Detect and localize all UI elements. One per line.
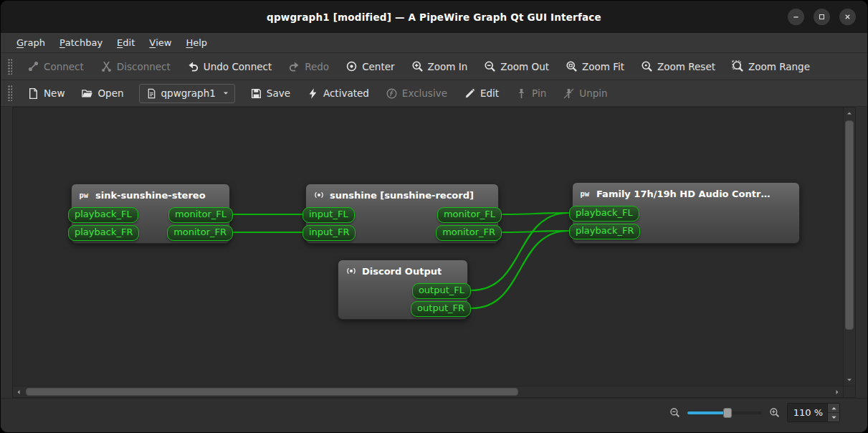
port-sunshine-input_FR[interactable]: input_FR (302, 225, 356, 241)
pipewire-icon: pw (79, 189, 90, 201)
node-discord[interactable]: Discord Outputoutput_FLoutput_FR (338, 260, 468, 320)
maximize-button[interactable] (814, 9, 830, 25)
zoom-spin-up-button[interactable] (828, 404, 839, 412)
graph-scroll-area: pwsink-sunshine-stereoplayback_FLplaybac… (12, 107, 856, 398)
menu-help[interactable]: Help (178, 33, 214, 52)
redo-icon (288, 60, 300, 72)
toolbar-button-label: Zoom Fit (582, 61, 624, 72)
svg-text:pw: pw (581, 189, 590, 198)
pipewire-icon: pw (580, 188, 591, 199)
port-sunshine-input_FL[interactable]: input_FL (302, 207, 355, 223)
toolbar-button-new[interactable]: New (20, 84, 72, 103)
connection-wire[interactable] (502, 231, 568, 232)
toolbar-button-edit[interactable]: Edit (457, 84, 506, 103)
toolbar-button-label: Save (267, 87, 290, 99)
port-sink-monitor_FR[interactable]: monitor_FR (167, 225, 233, 241)
node-family[interactable]: pwFamily 17h/19h HD Audio Contr…playback… (572, 182, 800, 244)
toolbar-button-pin[interactable]: Pin (508, 84, 553, 103)
toolbar-button-disconnect[interactable]: Disconnect (93, 57, 178, 76)
node-header: pwsink-sunshine-stereo (72, 184, 229, 201)
disconnect-icon (100, 60, 113, 72)
chevron-down-icon (220, 89, 232, 97)
toolbar-button-zoom-reset[interactable]: Zoom Reset (634, 57, 722, 76)
scroll-down-arrow-icon[interactable] (844, 374, 855, 386)
vertical-scrollbar[interactable] (843, 108, 855, 386)
undo-icon (187, 60, 199, 72)
zoom-slider[interactable] (687, 406, 762, 419)
record-icon (345, 265, 357, 277)
exclusive-icon (386, 87, 398, 100)
toolbar-button-redo[interactable]: Redo (281, 57, 336, 76)
new-file-icon (27, 87, 39, 100)
scroll-left-arrow-icon[interactable] (13, 386, 24, 397)
toolbar-button-center[interactable]: Center (338, 57, 401, 76)
zoom-in-icon (411, 60, 424, 72)
vertical-scrollbar-thumb[interactable] (845, 120, 854, 330)
toolbar-button-label: Zoom Out (500, 61, 549, 72)
graph-canvas[interactable]: pwsink-sunshine-stereoplayback_FLplaybac… (13, 108, 843, 386)
toolbar-button-undo-connect[interactable]: Undo Connect (180, 57, 279, 76)
toolbar-button-open[interactable]: Open (74, 84, 130, 103)
toolbar-file: NewOpenqpwgraph1SaveActivatedExclusiveEd… (1, 80, 867, 107)
node-sink[interactable]: pwsink-sunshine-stereoplayback_FLplaybac… (71, 184, 230, 244)
zoom-value[interactable]: 110 % (788, 404, 827, 422)
record-icon (313, 189, 325, 201)
horizontal-scrollbar-track[interactable] (24, 386, 831, 397)
zoom-spinbox[interactable]: 110 % (787, 403, 840, 422)
menu-view[interactable]: View (142, 33, 178, 52)
toolbar-button-zoom-range[interactable]: Zoom Range (725, 57, 817, 76)
toolbar-button-exclusive[interactable]: Exclusive (378, 84, 454, 103)
port-sunshine-monitor_FR[interactable]: monitor_FR (436, 225, 502, 241)
zoom-slider-knob[interactable] (723, 408, 732, 418)
port-discord-output_FL[interactable]: output_FL (412, 283, 471, 299)
app-window: qpwgraph1 [modified] — A PipeWire Graph … (0, 0, 868, 433)
vertical-scrollbar-track[interactable] (844, 119, 855, 374)
center-icon (345, 60, 358, 72)
zoom-reset-icon (641, 60, 653, 72)
toolbar-button-label: Exclusive (402, 87, 447, 99)
port-sink-monitor_FL[interactable]: monitor_FL (168, 207, 233, 223)
menu-graph[interactable]: Graph (9, 33, 52, 52)
port-discord-output_FR[interactable]: output_FR (411, 301, 471, 317)
toolbar-button-label: Unpin (579, 87, 607, 99)
connect-icon (27, 60, 39, 72)
toolbar-button-label: Connect (44, 61, 84, 72)
toolbar-handle[interactable] (8, 59, 12, 75)
horizontal-scrollbar-thumb[interactable] (26, 388, 518, 396)
toolbar-button-label: Disconnect (117, 61, 171, 72)
port-sink-playback_FR[interactable]: playback_FR (68, 225, 139, 241)
zoom-fit-icon (566, 60, 578, 72)
save-icon (250, 87, 262, 100)
toolbar-button-zoom-out[interactable]: Zoom Out (477, 57, 556, 76)
toolbar-button-zoom-fit[interactable]: Zoom Fit (558, 57, 631, 76)
scroll-right-arrow-icon[interactable] (831, 386, 843, 397)
menu-edit[interactable]: Edit (110, 33, 142, 52)
toolbar-button-unpin[interactable]: Unpin (555, 84, 614, 103)
port-family-playback_FL[interactable]: playback_FL (569, 206, 639, 222)
toolbar-handle[interactable] (8, 85, 12, 101)
patchbay-combobox[interactable]: qpwgraph1 (139, 84, 235, 103)
horizontal-scrollbar[interactable] (13, 386, 843, 397)
toolbar-button-connect[interactable]: Connect (20, 57, 91, 76)
toolbar-button-label: Zoom Reset (657, 61, 715, 72)
minimize-button[interactable] (788, 9, 804, 25)
port-sunshine-monitor_FL[interactable]: monitor_FL (437, 207, 502, 223)
toolbar-button-save[interactable]: Save (243, 84, 297, 103)
zoom-spin-down-button[interactable] (828, 412, 839, 422)
toolbar-button-label: New (44, 87, 65, 99)
scroll-up-arrow-icon[interactable] (844, 108, 855, 119)
port-sink-playback_FL[interactable]: playback_FL (68, 207, 138, 223)
svg-text:pw: pw (80, 191, 89, 199)
close-button[interactable] (839, 9, 856, 25)
toolbar-button-activated[interactable]: Activated (300, 84, 376, 103)
toolbar-button-label: Center (362, 61, 394, 72)
connection-wires-layer (13, 108, 843, 386)
node-sunshine[interactable]: sunshine [sunshine-record]input_FLinput_… (305, 184, 499, 244)
toolbar-button-zoom-in[interactable]: Zoom In (404, 57, 475, 76)
titlebar[interactable]: qpwgraph1 [modified] — A PipeWire Graph … (1, 1, 867, 33)
menu-patchbay[interactable]: Patchbay (52, 33, 110, 52)
port-family-playback_FR[interactable]: playback_FR (569, 224, 640, 239)
connection-wire[interactable] (502, 213, 568, 214)
activated-icon (307, 87, 319, 100)
toolbar-button-label: Activated (323, 87, 369, 99)
